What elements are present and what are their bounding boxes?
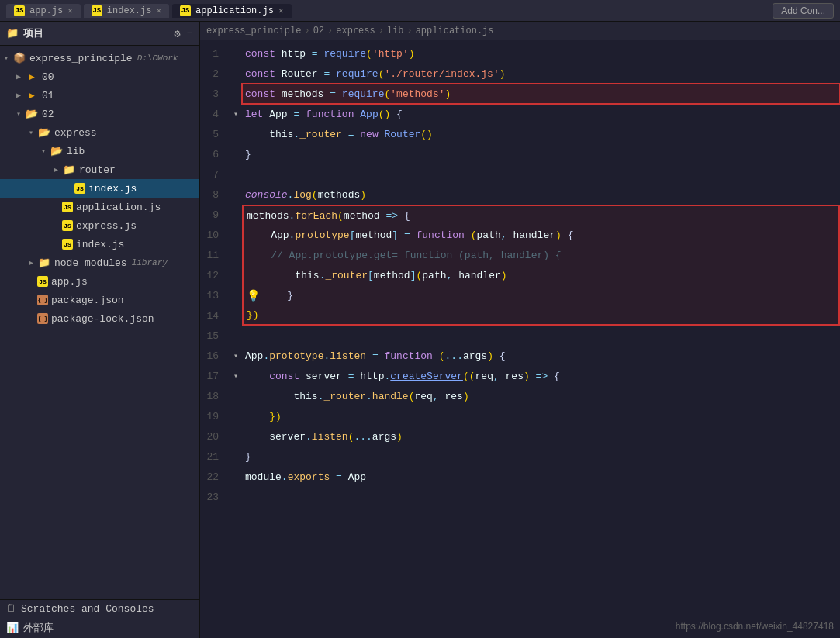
sidebar-item-package-lock[interactable]: ▶ { } package-lock.json [0,309,199,328]
sidebar-item-lib[interactable]: ▾ 📂 lib [0,142,199,160]
code-line-21: } [242,447,840,467]
sidebar-item-router[interactable]: ▶ 📁 router [0,160,199,179]
library-badge: library [132,258,168,267]
code-line-1: const http = require('http') [242,43,840,64]
code-line-8: console.log(methods) [242,185,840,205]
js-file-icon3: JS [180,5,191,16]
code-line-5: this._router = new Router() [242,124,840,144]
close-icon[interactable]: ✕ [67,5,73,16]
sidebar-item-package-json[interactable]: ▶ { } package.json [0,291,199,309]
sidebar-item-router-index[interactable]: ▶ JS index.js [0,179,199,198]
fold-button-17[interactable]: ▾ [230,366,242,386]
label-application-js: application.js [76,202,161,213]
sidebar-item-scratches[interactable]: 🗒 Scratches and Consoles [0,600,199,618]
sidebar-item-express[interactable]: ▾ 📂 express [0,123,199,142]
code-line-16: App.prototype.listen = function (...args… [242,346,840,366]
close-icon3[interactable]: ✕ [278,5,284,16]
project-icon: 📦 [12,52,26,64]
express-principle-label: express_principle [29,53,133,64]
project-path: D:\CWork [137,53,178,63]
code-line-15 [242,326,840,346]
expand-arrow-node-modules: ▶ [25,258,37,267]
code-line-18: this._router.handle(req, res) [242,386,840,406]
code-line-4: let App = function App() { [242,104,840,124]
sidebar-header-icons: ⚙ − [174,27,193,40]
folder-icon-router: 📁 [62,164,76,176]
bulb-icon: 💡 [247,289,260,302]
sidebar-item-02[interactable]: ▾ 📂 02 [0,105,199,123]
minus-icon[interactable]: − [187,27,193,40]
code-line-7 [242,164,840,185]
tab-application-js[interactable]: JS application.js ✕ [172,4,291,18]
watermark: https://blog.csdn.net/weixin_44827418 [676,621,834,632]
breadcrumb-part-3: lib [387,26,404,36]
sidebar-item-express-principle[interactable]: ▾ 📦 express_principle D:\CWork [0,49,199,67]
settings-icon[interactable]: ⚙ [174,27,180,40]
breadcrumb-part-1: 02 [313,26,324,36]
js-file-icon2: JS [92,5,102,16]
expand-arrow-express: ▾ [25,128,37,137]
expand-arrow-lib: ▾ [37,147,50,156]
label-express: express [54,127,97,139]
sidebar-item-express-js[interactable]: ▶ JS express.js [0,216,199,235]
js-icon-router-index: JS [74,183,85,194]
sidebar-tree: ▾ 📦 express_principle D:\CWork ▶ ▶ 00 ▶ … [0,46,199,599]
sidebar-folder-icon: 📁 [6,27,19,40]
code-line-2: const Router = require('./router/index.j… [242,64,840,84]
json-icon-package-lock: { } [37,313,48,324]
editor-area: express_principle › 02 › express › lib ›… [200,22,840,638]
folder-icon-lib: 📂 [50,145,64,157]
code-line-23 [242,487,840,507]
fold-button-16[interactable]: ▾ [230,346,242,366]
folder-icon-01: ▶ [25,89,39,102]
sidebar-item-app-js-root[interactable]: ▶ JS app.js [0,272,199,291]
folder-icon-express: 📂 [37,126,51,139]
fold-button-4[interactable]: ▾ [230,104,242,124]
code-line-11: // App.prototype.get= function (path, ha… [242,245,840,265]
sidebar-item-00[interactable]: ▶ ▶ 00 [0,67,199,86]
sidebar-item-01[interactable]: ▶ ▶ 01 [0,86,199,105]
scratches-label: Scratches and Consoles [21,603,154,615]
sidebar-header: 📁 项目 ⚙ − [0,22,199,46]
code-line-10: App.prototype[method] = function (path, … [242,225,840,245]
tab-index-js[interactable]: JS index.js ✕ [84,4,169,18]
label-02: 02 [42,109,54,120]
label-router: router [79,164,116,176]
folder-icon-00: ▶ [25,71,39,83]
add-config-button[interactable]: Add Con... [773,3,834,19]
external-label: 外部库 [23,621,54,635]
folder-icon-02: 📂 [25,108,39,120]
sidebar-item-application-js[interactable]: ▶ JS application.js [0,198,199,216]
label-00: 00 [42,71,54,83]
sidebar-item-external[interactable]: 📊 外部库 [0,618,199,638]
code-line-14: }) [242,305,840,326]
code-line-9: methods.forEach(method => { [242,205,840,225]
label-package-lock: package-lock.json [51,313,154,325]
expand-arrow-00: ▶ [12,72,25,81]
sidebar: 📁 项目 ⚙ − ▾ 📦 express_principle D:\CWork … [0,22,200,638]
label-router-index: index.js [88,183,137,195]
fold-column: ▾ ▾ ▾ [230,43,242,635]
external-icon: 📊 [6,622,19,634]
js-icon-application: JS [62,202,73,212]
js-icon-app-root: JS [37,276,48,287]
code-line-17: const server = http.createServer((req, r… [242,366,840,386]
code-line-12: this._router[method](path, handler) [242,265,840,285]
js-file-icon: JS [14,5,25,16]
label-app-js-root: app.js [51,276,88,288]
close-icon2[interactable]: ✕ [156,5,161,16]
sidebar-item-lib-index[interactable]: ▶ JS index.js [0,235,199,253]
code-editor[interactable]: 1 2 3 4 5 6 7 8 9 10 11 12 13 14 15 16 1… [200,40,840,638]
tab-app-js-label: app.js [29,5,63,16]
breadcrumb-part-2: express [336,26,375,36]
line-numbers: 1 2 3 4 5 6 7 8 9 10 11 12 13 14 15 16 1… [200,43,230,635]
label-lib-index: index.js [76,239,124,250]
expand-arrow: ▾ [0,53,12,63]
code-line-20: server.listen(...args) [242,426,840,447]
sidebar-item-node-modules[interactable]: ▶ 📁 node_modules library [0,253,199,272]
code-line-6: } [242,144,840,164]
expand-arrow-02: ▾ [12,109,25,119]
sidebar-bottom: 🗒 Scratches and Consoles 📊 外部库 [0,599,199,638]
tab-app-js[interactable]: JS app.js ✕ [6,4,81,18]
folder-icon-node-modules: 📁 [37,257,51,269]
